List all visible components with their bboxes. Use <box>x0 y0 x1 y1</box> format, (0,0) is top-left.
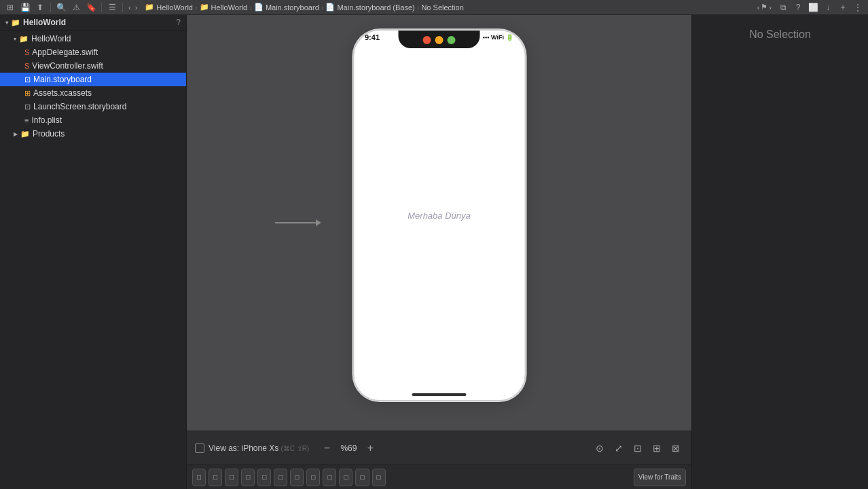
sidebar-item-main-storyboard[interactable]: ⊡ Main.storyboard <box>0 73 186 86</box>
breadcrumb-flag-btn[interactable]: ⚑ <box>761 3 767 12</box>
breadcrumb-sep-0: › <box>195 3 198 12</box>
breadcrumb-label-3: Main.storyboard (Base) <box>337 3 414 12</box>
top-toolbar: ⊞ 💾 ⬆ 🔍 ⚠ 🔖 ☰ ‹ › 📁 HelloWorld › 📁 Hello… <box>0 0 868 15</box>
window-maximize-btn[interactable] <box>448 36 456 44</box>
project-folder-icon: 📁 <box>11 18 20 27</box>
breadcrumb-forward-btn[interactable]: › <box>134 3 139 12</box>
full-fit-icon[interactable]: ⊞ <box>649 441 664 456</box>
save-icon[interactable]: 💾 <box>19 1 31 14</box>
device-btn-9[interactable]: □ <box>339 469 352 486</box>
swift-file-icon: S <box>24 48 29 56</box>
view-traits-btn[interactable]: View for Traits <box>634 469 686 486</box>
toolbar-separator-3 <box>122 3 123 12</box>
breadcrumb-prev-btn[interactable]: ‹ <box>757 3 760 12</box>
center-column: 9:41 ▪▪▪ WiFi 🔋 Merhaba Dünya <box>187 15 691 489</box>
disclosure-triangle: ▾ <box>5 20 8 26</box>
sidebar-help-button[interactable]: ? <box>176 18 181 27</box>
inspector-icon[interactable]: ⬜ <box>807 1 819 14</box>
breadcrumb-helloworld-root[interactable]: 📁 HelloWorld <box>145 3 193 12</box>
sidebar-item-assets[interactable]: ⊞ Assets.xcassets <box>0 86 186 100</box>
window-minimize-btn[interactable] <box>435 36 444 44</box>
file-label-2: ViewController.swift <box>32 61 103 71</box>
breadcrumb-main-storyboard[interactable]: 📄 Main.storyboard <box>254 3 319 12</box>
breadcrumb-label-4: No Selection <box>421 3 463 12</box>
breadcrumb-sep-1: › <box>249 3 252 12</box>
phone-screen[interactable]: Merhaba Dünya <box>354 31 524 400</box>
sidebar-item-appdelegate[interactable]: S AppDelegate.swift <box>0 46 186 59</box>
breadcrumb-main-storyboard-base[interactable]: 📄 Main.storyboard (Base) <box>325 3 414 12</box>
main-area: ▾ 📁 HelloWorld ? ▾ 📁 HelloWorld S AppDel… <box>0 15 868 489</box>
canvas-scroll[interactable]: 9:41 ▪▪▪ WiFi 🔋 Merhaba Dünya <box>187 15 691 431</box>
group-label: HelloWorld <box>31 34 71 43</box>
device-btn-8[interactable]: □ <box>323 469 336 486</box>
phone-frame[interactable]: 9:41 ▪▪▪ WiFi 🔋 Merhaba Dünya <box>352 29 526 401</box>
arrow-head <box>316 219 321 226</box>
help-icon[interactable]: ? <box>792 1 804 14</box>
project-name-label: HelloWorld <box>23 18 66 27</box>
zoom-pct-label: %69 <box>338 443 359 453</box>
breadcrumb-back-forward: ‹ › <box>127 3 139 12</box>
breadcrumb-back-btn[interactable]: ‹ <box>127 3 132 12</box>
signal-icon: ▪▪▪ <box>483 34 490 41</box>
breadcrumb-sep-2: › <box>321 3 324 12</box>
file-label-3: Main.storyboard <box>33 75 92 84</box>
grid-icon[interactable]: ⊞ <box>4 1 16 14</box>
device-checkbox[interactable] <box>195 443 204 453</box>
canvas-area[interactable]: 9:41 ▪▪▪ WiFi 🔋 Merhaba Dünya <box>187 15 691 431</box>
file-label-5: LaunchScreen.storyboard <box>33 102 126 111</box>
storyboard-icon: 📄 <box>254 3 264 12</box>
plist-file-icon: ≡ <box>24 116 29 124</box>
toolbar-separator <box>50 3 51 12</box>
products-disclosure: ▶ <box>14 131 18 137</box>
fit-icon[interactable]: ⤢ <box>611 441 626 456</box>
sidebar-item-infoplist[interactable]: ≡ Info.plist <box>0 113 186 127</box>
bottom-bar-left: View as: iPhone Xs (⌘C ⇧R) <box>195 443 309 453</box>
sidebar-item-products[interactable]: ▶ 📁 Products <box>0 127 186 141</box>
project-root[interactable]: ▾ 📁 HelloWorld <box>5 18 66 27</box>
device-btn-7[interactable]: □ <box>306 469 320 486</box>
new-window-icon[interactable]: ⧉ <box>777 1 789 14</box>
device-btn-5[interactable]: □ <box>274 469 287 486</box>
device-btn-2[interactable]: □ <box>225 469 238 486</box>
list-icon[interactable]: ☰ <box>106 1 118 14</box>
products-folder-icon: 📁 <box>20 130 30 139</box>
view-as-text: View as: iPhone Xs <box>209 443 278 453</box>
device-btn-1[interactable]: □ <box>209 469 222 486</box>
wifi-icon: WiFi <box>491 34 504 41</box>
breadcrumb-helloworld-group[interactable]: 📁 HelloWorld <box>200 3 248 12</box>
bookmark-icon[interactable]: 🔖 <box>85 1 97 14</box>
device-btn-0[interactable]: □ <box>192 469 206 486</box>
file-label-6: Info.plist <box>31 115 62 125</box>
sidebar-tree: ▾ 📁 HelloWorld S AppDelegate.swift S Vie… <box>0 31 186 142</box>
folder-icon-2: 📁 <box>200 3 209 12</box>
search-bar-icon[interactable]: ⊙ <box>592 441 607 456</box>
library-icon[interactable]: ↓ <box>822 1 834 14</box>
bottom-bar: View as: iPhone Xs (⌘C ⇧R) − %69 + ⊙ ⤢ ⊡… <box>187 431 691 465</box>
device-btn-6[interactable]: □ <box>290 469 304 486</box>
device-btn-4[interactable]: □ <box>257 469 271 486</box>
warning-icon[interactable]: ⚠ <box>70 1 82 14</box>
sidebar-item-helloworld-group[interactable]: ▾ 📁 HelloWorld <box>0 32 186 46</box>
extra-icon[interactable]: ⊠ <box>668 441 683 456</box>
group-disclosure: ▾ <box>14 36 16 42</box>
sidebar-item-launchscreen[interactable]: ⊡ LaunchScreen.storyboard <box>0 100 186 113</box>
phone-mockup-container[interactable]: 9:41 ▪▪▪ WiFi 🔋 Merhaba Dünya <box>352 29 526 401</box>
breadcrumb-next-btn[interactable]: › <box>769 3 772 12</box>
device-btn-11[interactable]: □ <box>372 469 386 486</box>
device-btn-10[interactable]: □ <box>355 469 369 486</box>
breadcrumb-no-selection[interactable]: No Selection <box>421 3 463 12</box>
file-label: AppDelegate.swift <box>32 48 98 57</box>
no-selection-label: No Selection <box>749 29 811 41</box>
search-icon[interactable]: 🔍 <box>55 1 67 14</box>
export-icon[interactable]: ⬆ <box>34 1 46 14</box>
zoom-out-btn[interactable]: − <box>320 441 333 455</box>
zoom-fit-icon[interactable]: ⊡ <box>630 441 645 456</box>
breadcrumb-label-0: HelloWorld <box>156 3 193 12</box>
device-btn-3[interactable]: □ <box>241 469 255 486</box>
add-icon[interactable]: + <box>837 1 849 14</box>
view-traits-label[interactable]: View for Traits <box>634 469 686 486</box>
window-close-btn[interactable] <box>423 36 431 44</box>
zoom-in-btn[interactable]: + <box>363 441 377 455</box>
sidebar-item-viewcontroller[interactable]: S ViewController.swift <box>0 59 186 73</box>
more-icon[interactable]: ⋮ <box>852 1 864 14</box>
